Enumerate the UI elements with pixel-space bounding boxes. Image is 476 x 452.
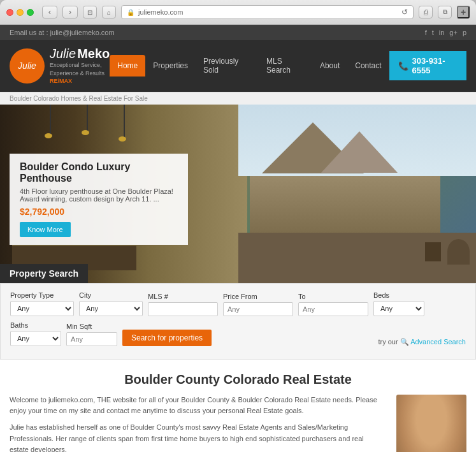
light-bulb-1 [45,133,52,138]
reader-button[interactable]: ⊡ [83,6,97,18]
linkedin-icon[interactable]: in [439,29,445,36]
site-header: Julie Julie Meko Exceptional Service, Ex… [0,40,476,92]
city-select[interactable]: Any [79,301,143,316]
hero-overlay: Boulder Condo Luxury Penthouse 4th Floor… [10,154,188,245]
nav-previously-sold[interactable]: Previously Sold [196,50,259,81]
property-search-title: Property Search [10,268,78,279]
agent-photo-img [396,395,466,452]
content-text: Welcome to juliemeko.com, THE website fo… [10,395,384,452]
advanced-search-area: try our 🔍 Advanced Search [378,338,466,346]
furniture-1 [447,239,470,265]
logo-julie: Julie [18,61,36,71]
agent-photo [396,395,466,452]
logo-name-julie: Julie [50,47,76,61]
social-icons: f t in g+ p [425,29,466,36]
price-to-input[interactable] [298,302,368,316]
browser-chrome: ‹ › ⊡ ⌂ 🔒 juliemeko.com ↺ ⎙ ⧉ + [0,0,476,25]
new-tab-button[interactable]: + [457,6,470,18]
top-bar: Email us at : julie@juliemeko.com f t in… [0,25,476,40]
search-form: Property Type Any City Any MLS # Pric [0,283,476,360]
price-from-group: Price From [223,293,293,316]
logo-tagline: Exceptional Service, Experience & Result… [50,61,110,85]
nav-home[interactable]: Home [110,55,145,77]
nav-contact[interactable]: Contact [347,55,389,77]
hero-title: Boulder Condo Luxury Penthouse [20,161,178,184]
minimize-button[interactable] [17,9,24,16]
hero-price: $2,792,000 [20,207,178,217]
price-to-group: To [298,293,368,316]
content-para-2: Julie has established herself as one of … [10,422,384,452]
maximize-button[interactable] [27,9,34,16]
logo-circle: Julie [10,48,45,84]
traffic-lights [6,9,34,16]
nav-about[interactable]: About [312,55,347,77]
nav-properties[interactable]: Properties [145,55,196,77]
home-button[interactable]: ⌂ [102,6,116,18]
phone-number: 303-931-6555 [412,56,458,75]
mls-group: MLS # [148,293,218,316]
address-text: juliemeko.com [138,8,398,16]
logo-text: Julie Meko Exceptional Service, Experien… [50,47,110,85]
search-row-1: Property Type Any City Any MLS # Pric [10,291,466,316]
back-button[interactable]: ‹ [42,6,57,18]
tabs-button[interactable]: ⧉ [438,6,452,18]
search-row-2: Baths Any Min Sqft Search for properties… [10,321,466,346]
property-search-bar: Property Search [0,264,88,283]
pendant-light-1 [50,105,51,136]
browser-window: ‹ › ⊡ ⌂ 🔒 juliemeko.com ↺ ⎙ ⧉ + Email us… [0,0,476,452]
pendant-light-3 [124,105,125,140]
beds-select[interactable]: Any [373,301,424,316]
phone-badge[interactable]: 📞 303-931-6555 [389,51,466,80]
light-bulb-3 [119,136,126,142]
mountain-right [321,131,398,173]
hero-outdoor-bg [238,105,477,283]
logo-name-meko: Meko [77,47,110,61]
city-group: City Any [79,291,143,316]
phone-icon: 📞 [398,61,408,71]
price-from-input[interactable] [223,302,293,316]
sqft-label: Min Sqft [66,323,117,330]
mls-input[interactable] [148,302,218,316]
property-type-label: Property Type [10,291,74,299]
furniture-2 [425,242,441,261]
deck [238,233,477,282]
email-label: Email us at : julie@juliemeko.com [10,29,115,36]
content-title: Boulder County Colorado Real Estate [10,372,466,387]
baths-select[interactable]: Any [10,331,61,346]
mls-label: MLS # [148,293,218,300]
twitter-icon[interactable]: t [432,29,434,36]
hero-description: 4th Floor luxury penthouse at One Boulde… [20,187,178,203]
content-section: Boulder County Colorado Real Estate Welc… [0,360,476,452]
share-button[interactable]: ⎙ [419,6,433,18]
search-button[interactable]: Search for properties [122,330,212,346]
facebook-icon[interactable]: f [425,29,427,36]
content-inner: Welcome to juliemeko.com, THE website fo… [10,395,466,452]
content-para-1: Welcome to juliemeko.com, THE website fo… [10,395,384,417]
sqft-group: Min Sqft [66,323,117,346]
reload-button[interactable]: ↺ [401,8,408,17]
close-button[interactable] [6,9,13,16]
breadcrumb: Boulder Colorado Homes & Real Estate For… [0,92,476,105]
property-type-group: Property Type Any [10,291,74,316]
property-type-select[interactable]: Any [10,301,74,316]
hero-section: Boulder Condo Luxury Penthouse 4th Floor… [0,105,476,283]
light-bulb-2 [82,130,89,135]
pinterest-icon[interactable]: p [463,29,466,36]
nav-container: Home Properties Previously Sold MLS Sear… [110,50,466,81]
buildings [250,176,440,238]
price-from-label: Price From [223,293,293,300]
city-label: City [79,291,143,299]
beds-label: Beds [373,291,424,299]
address-bar: 🔒 juliemeko.com ↺ [121,5,414,19]
know-more-button[interactable]: Know More [20,222,71,237]
googleplus-icon[interactable]: g+ [449,29,458,36]
baths-label: Baths [10,321,61,329]
forward-button[interactable]: › [62,6,78,18]
sqft-input[interactable] [66,332,117,346]
nav-mls-search[interactable]: MLS Search [259,50,312,81]
price-to-label: To [298,293,368,300]
advanced-search-link[interactable]: Advanced Search [410,338,466,346]
baths-group: Baths Any [10,321,61,346]
pendant-light-2 [87,105,88,133]
beds-group: Beds Any [373,291,424,316]
